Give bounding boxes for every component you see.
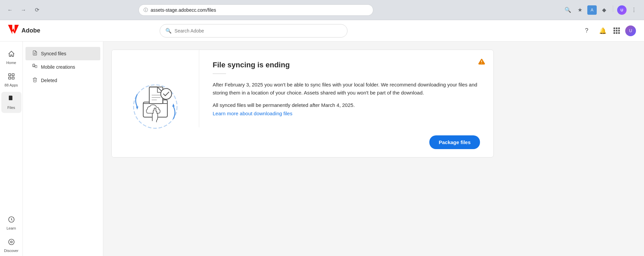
adobe-logo-icon [8, 25, 19, 37]
icon-sidebar: Home 88 Apps [0, 42, 23, 256]
address-bar[interactable]: ⓘ assets-stage.adobecc.com/files [139, 4, 373, 16]
address-security-icon: ⓘ [144, 7, 148, 13]
bookmark-button[interactable]: ★ [575, 5, 585, 15]
synced-files-icon [32, 50, 38, 57]
notice-footer: Package files [199, 130, 493, 157]
notice-illustration [112, 50, 199, 157]
package-files-button[interactable]: Package files [429, 135, 480, 149]
svg-rect-13 [35, 65, 37, 68]
learn-icon [8, 216, 15, 225]
svg-marker-16 [172, 104, 174, 107]
svg-rect-11 [33, 64, 35, 67]
svg-point-8 [10, 241, 12, 243]
nav-deleted[interactable]: Deleted [25, 74, 100, 87]
browser-chrome: ← → ⟳ ⓘ assets-stage.adobecc.com/files 🔍… [0, 0, 644, 20]
nav-synced-files[interactable]: Synced files [25, 47, 100, 60]
search-bar[interactable]: 🔍 [160, 24, 347, 38]
search-icon: 🔍 [165, 28, 172, 34]
notice-card: File syncing is ending After February 3,… [111, 50, 494, 157]
apps-waffle-button[interactable] [613, 27, 620, 34]
nav-mobile-creations[interactable]: Mobile creations [25, 60, 100, 74]
address-url: assets-stage.adobecc.com/files [151, 7, 216, 13]
sidebar-item-learn[interactable]: Learn [1, 212, 21, 234]
deleted-icon [32, 77, 38, 84]
svg-point-7 [8, 239, 14, 245]
discover-icon [8, 238, 15, 247]
apps-label: 88 Apps [5, 83, 18, 87]
sidebar-item-home[interactable]: Home [1, 47, 21, 68]
deleted-label: Deleted [41, 78, 57, 83]
home-label: Home [6, 61, 16, 65]
reload-button[interactable]: ⟳ [32, 5, 42, 15]
main-content: Home 88 Apps [0, 42, 644, 256]
learn-more-link[interactable]: Learn more about downloading files [213, 111, 292, 116]
sidebar-item-apps[interactable]: 88 Apps [1, 69, 21, 90]
browser-actions: 🔍 ★ A ◆ U ⋮ [563, 5, 639, 15]
browser-menu-button[interactable]: ⋮ [629, 5, 639, 15]
svg-rect-1 [12, 74, 14, 76]
notice-sub-text: All synced files will be permanently del… [213, 102, 480, 108]
learn-label: Learn [6, 226, 16, 230]
home-icon [8, 50, 15, 59]
search-browser-button[interactable]: 🔍 [563, 5, 573, 15]
svg-rect-0 [8, 74, 10, 76]
browser-profile-avatar[interactable]: U [617, 5, 627, 15]
svg-point-21 [161, 88, 171, 99]
sidebar-item-files[interactable]: Files [1, 92, 21, 113]
files-label: Files [7, 106, 15, 110]
forward-button[interactable]: → [19, 5, 28, 15]
user-avatar[interactable]: U [625, 25, 636, 36]
sidebar-item-discover[interactable]: Discover [1, 235, 21, 256]
extensions-button[interactable]: ◆ [599, 5, 609, 15]
adobe-logo-text: Adobe [21, 27, 40, 34]
app-header: Adobe 🔍 ? 🔔 U [0, 20, 644, 42]
svg-marker-15 [136, 107, 138, 110]
header-search: 🔍 [160, 24, 347, 38]
apps-icon [8, 73, 15, 82]
svg-rect-12 [33, 64, 35, 67]
notifications-button[interactable]: 🔔 [597, 25, 608, 36]
mobile-creations-icon [32, 64, 38, 70]
adobe-logo: Adobe [8, 25, 40, 37]
synced-files-label: Synced files [41, 51, 66, 56]
notice-title: File syncing is ending [213, 61, 480, 69]
notice-body-text: After February 3, 2025 you won't be able… [213, 81, 480, 97]
notice-content: File syncing is ending After February 3,… [199, 50, 493, 127]
search-input[interactable] [174, 28, 342, 34]
files-icon [8, 95, 15, 104]
extension-icon: A [587, 5, 597, 15]
mobile-creations-label: Mobile creations [41, 64, 75, 70]
notice-divider [213, 73, 226, 74]
svg-rect-2 [8, 77, 10, 79]
content-area: File syncing is ending After February 3,… [103, 42, 644, 256]
svg-point-23 [481, 63, 482, 64]
back-button[interactable]: ← [5, 5, 15, 15]
app-wrapper: Adobe 🔍 ? 🔔 U [0, 20, 644, 256]
secondary-sidebar: Synced files Mobile creations [23, 42, 103, 256]
discover-label: Discover [4, 249, 18, 253]
svg-rect-3 [12, 77, 14, 79]
warning-icon [478, 58, 485, 67]
header-right: ? 🔔 U [581, 25, 636, 36]
help-button[interactable]: ? [581, 25, 592, 36]
